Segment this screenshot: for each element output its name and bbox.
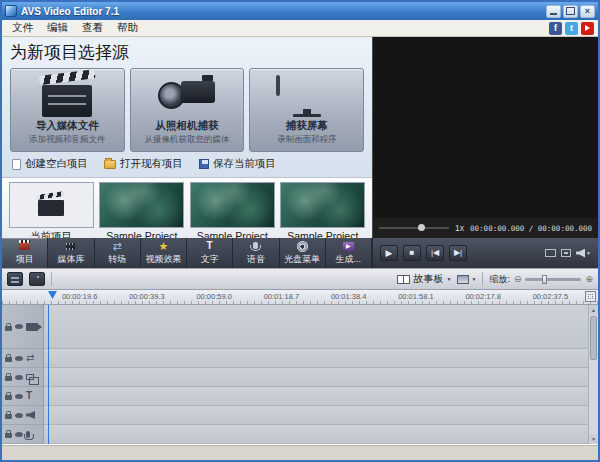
lock-icon[interactable] xyxy=(5,357,12,362)
scroll-up-icon[interactable]: ▲ xyxy=(589,305,598,315)
storyboard-toggle[interactable]: 故事板 ▼ xyxy=(397,272,451,286)
menu-view[interactable]: 查看 xyxy=(76,20,109,36)
sample-project-card[interactable]: Sample Project xyxy=(189,182,276,238)
visibility-icon[interactable] xyxy=(15,356,23,361)
sample-project-thumbnail xyxy=(99,182,184,228)
tab-transitions[interactable]: ⇄ 转场 xyxy=(95,238,141,268)
overlay-track-header xyxy=(2,368,43,387)
source-buttons: 导入媒体文件 添加视频和音频文件 从照相机捕获 从摄像机获取您的媒体 捕获屏幕 … xyxy=(10,68,364,152)
create-blank-project-label: 创建空白项目 xyxy=(25,157,88,171)
sample-project-card[interactable]: Sample Project xyxy=(280,182,367,238)
import-media-button[interactable]: 导入媒体文件 添加视频和音频文件 xyxy=(10,68,125,152)
zoom-in-icon[interactable]: ⊕ xyxy=(585,274,593,284)
ruler-tick: 00:02:17.8 xyxy=(450,290,517,304)
voice-track-row[interactable] xyxy=(44,425,598,444)
close-button[interactable]: × xyxy=(580,5,595,18)
tab-text[interactable]: T 文字 xyxy=(187,238,233,268)
zoom-slider[interactable] xyxy=(525,278,581,281)
tab-disc-menu[interactable]: 光盘菜单 xyxy=(280,238,326,268)
vertical-scrollbar[interactable]: ▲ ▼ xyxy=(588,305,598,444)
project-links: 创建空白项目 打开现有项目 保存当前项目 xyxy=(10,154,364,174)
lock-icon[interactable] xyxy=(5,326,12,331)
previous-button[interactable]: |◀ xyxy=(426,245,444,261)
stop-icon: ■ xyxy=(410,249,415,257)
status-bar xyxy=(2,444,598,460)
volume-icon xyxy=(576,249,585,258)
fullscreen-button[interactable] xyxy=(561,249,571,257)
text-track-row[interactable] xyxy=(44,387,598,406)
tab-voice[interactable]: 语音 xyxy=(233,238,279,268)
monitor-icon xyxy=(250,72,363,120)
audio-track-header xyxy=(2,406,43,425)
visibility-icon[interactable] xyxy=(15,394,23,399)
visibility-icon[interactable] xyxy=(15,413,23,418)
camera-icon xyxy=(131,72,244,120)
twitter-icon[interactable]: t xyxy=(565,22,578,35)
zoom-slider-handle[interactable] xyxy=(542,275,547,284)
tab-project[interactable]: 项目 xyxy=(2,238,48,268)
scrollbar-thumb[interactable] xyxy=(590,316,597,360)
visibility-icon[interactable] xyxy=(15,324,23,329)
timeline-toolbar: 故事板 ▼ ▼ 缩放: ⊖ ⊕ xyxy=(2,268,598,290)
create-blank-project-link[interactable]: 创建空白项目 xyxy=(12,157,88,171)
add-to-timeline-icon[interactable] xyxy=(7,272,23,286)
clapperboard-icon xyxy=(11,72,124,120)
youtube-play-glyph xyxy=(585,25,590,31)
snapshot-button[interactable] xyxy=(545,249,556,257)
tab-project-label: 项目 xyxy=(16,253,34,266)
seek-handle[interactable] xyxy=(418,224,425,231)
fit-timeline-icon[interactable] xyxy=(585,291,596,302)
view-mode-button[interactable]: ▼ xyxy=(457,275,476,284)
welcome-heading: 为新项目选择源 xyxy=(10,41,364,64)
audio-track-row[interactable] xyxy=(44,406,598,425)
menu-edit[interactable]: 编辑 xyxy=(41,20,74,36)
overlay-track-icon xyxy=(26,374,34,380)
menu-file[interactable]: 文件 xyxy=(6,20,39,36)
current-project-thumbnail xyxy=(9,182,94,228)
scroll-down-icon[interactable]: ▼ xyxy=(589,434,598,444)
audio-track-icon xyxy=(26,411,35,419)
lock-icon[interactable] xyxy=(5,376,12,381)
play-button[interactable]: ▶ xyxy=(380,245,398,261)
visibility-icon[interactable] xyxy=(15,432,23,437)
fullscreen-icon xyxy=(561,249,571,257)
volume-button[interactable]: ▼ xyxy=(576,249,591,258)
visibility-icon[interactable] xyxy=(15,375,23,380)
tab-produce[interactable]: ▶ 生成... xyxy=(326,238,372,268)
split-clip-icon[interactable] xyxy=(29,272,45,286)
social-links: f t xyxy=(549,22,594,35)
video-track-row[interactable] xyxy=(44,305,598,349)
lock-icon[interactable] xyxy=(5,395,12,400)
tab-media-library[interactable]: 媒体库 xyxy=(48,238,94,268)
previous-icon: |◀ xyxy=(431,249,439,257)
capture-screen-button[interactable]: 捕获屏幕 录制画面和程序 xyxy=(249,68,364,152)
tab-band: 项目 媒体库 ⇄ 转场 ★ 视频效果 T 文字 语音 xyxy=(2,238,598,268)
tab-video-effects[interactable]: ★ 视频效果 xyxy=(141,238,187,268)
recent-projects-strip: 当前项目 Sample Project Sample Project Sampl… xyxy=(2,177,372,238)
menu-help[interactable]: 帮助 xyxy=(111,20,144,36)
capture-camera-button[interactable]: 从照相机捕获 从摄像机获取您的媒体 xyxy=(130,68,245,152)
current-project-card[interactable]: 当前项目 xyxy=(8,182,95,238)
facebook-glyph: f xyxy=(554,23,557,33)
toolbar-separator xyxy=(51,272,52,286)
twitter-glyph: t xyxy=(570,23,573,33)
transition-track-row[interactable] xyxy=(44,349,598,368)
next-button[interactable]: ▶| xyxy=(449,245,467,261)
overlay-track-row[interactable] xyxy=(44,368,598,387)
maximize-button[interactable] xyxy=(563,5,578,18)
timeline-ruler[interactable]: 00:00:19.6 00:00:39.3 00:00:59.0 00:01:1… xyxy=(2,290,598,305)
minimize-button[interactable] xyxy=(546,5,561,18)
youtube-icon[interactable] xyxy=(581,22,594,35)
zoom-out-icon[interactable]: ⊖ xyxy=(514,274,522,284)
seek-slider[interactable] xyxy=(379,227,449,229)
stop-button[interactable]: ■ xyxy=(403,245,421,261)
save-current-project-link[interactable]: 保存当前项目 xyxy=(199,157,276,171)
tab-voice-label: 语音 xyxy=(247,253,265,266)
open-existing-project-link[interactable]: 打开现有项目 xyxy=(104,157,183,171)
open-existing-project-label: 打开现有项目 xyxy=(120,157,183,171)
sample-project-card[interactable]: Sample Project xyxy=(99,182,186,238)
facebook-icon[interactable]: f xyxy=(549,22,562,35)
lock-icon[interactable] xyxy=(5,433,12,438)
lock-icon[interactable] xyxy=(5,414,12,419)
clapperboard-thumb-icon xyxy=(38,200,64,216)
